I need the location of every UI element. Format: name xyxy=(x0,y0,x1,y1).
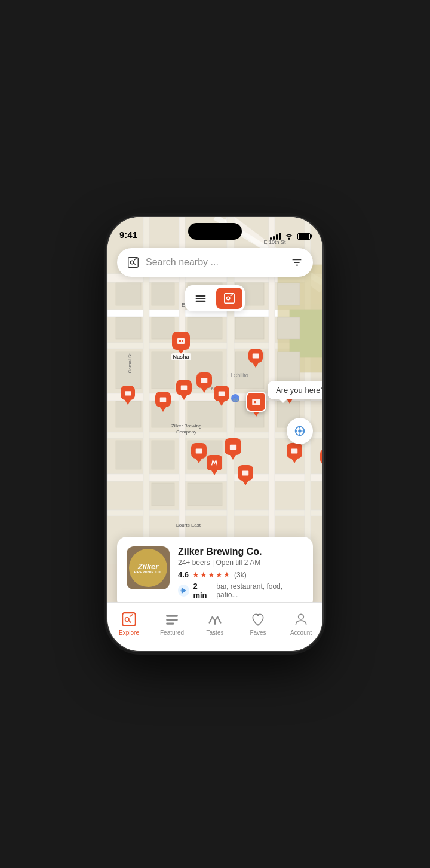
svg-rect-75 xyxy=(254,401,256,403)
map-marker-selected[interactable] xyxy=(246,392,266,417)
svg-rect-81 xyxy=(291,449,298,454)
map-marker-nasha[interactable]: Nasha xyxy=(172,332,190,354)
svg-rect-84 xyxy=(242,471,249,476)
svg-rect-67 xyxy=(253,354,259,359)
location-button[interactable] xyxy=(287,418,313,444)
map-marker-15[interactable] xyxy=(238,465,253,485)
account-icon xyxy=(293,612,309,627)
map-container: 🚲 E 10th St E 8th St E 6th E 4th St Coma… xyxy=(108,217,322,564)
svg-rect-94 xyxy=(225,294,235,304)
dynamic-island xyxy=(188,223,242,240)
svg-rect-14 xyxy=(116,317,141,339)
bottom-nav: Explore Featured xyxy=(108,602,322,651)
venue-info: Zilker Brewing Co. 24+ beers | Open till… xyxy=(178,546,303,600)
venue-subtitle: 24+ beers | Open till 2 AM xyxy=(178,558,303,567)
svg-rect-71 xyxy=(201,378,208,383)
rating-score: 4.6 xyxy=(178,570,189,579)
nav-item-account[interactable]: Account xyxy=(280,603,322,651)
venue-card[interactable]: Zilker BREWING CO. Zilker Brewing Co. 24… xyxy=(117,537,313,609)
venue-time-row: 2 min bar, restaurant, food, patio... xyxy=(178,582,303,600)
nav-label-tastes: Tastes xyxy=(207,629,224,636)
map-marker-11[interactable] xyxy=(320,449,322,469)
marker-label-nasha: Nasha xyxy=(171,353,191,360)
venue-rating-row: 4.6 ★ ★ ★ ★ ★ (3k) xyxy=(178,570,303,579)
venue-name: Zilker Brewing Co. xyxy=(178,546,303,557)
venue-time-icon xyxy=(178,585,189,597)
faves-icon xyxy=(250,612,266,627)
svg-rect-82 xyxy=(229,444,236,449)
svg-rect-92 xyxy=(196,298,206,299)
nav-label-account: Account xyxy=(290,629,312,636)
filter-icon[interactable] xyxy=(290,256,303,269)
svg-rect-107 xyxy=(166,619,178,621)
map-marker-13[interactable] xyxy=(191,443,207,463)
search-map-icon xyxy=(127,256,140,269)
svg-point-95 xyxy=(226,297,230,300)
svg-point-97 xyxy=(298,429,302,433)
map-marker-6[interactable] xyxy=(214,386,229,406)
map-marker-zilker[interactable] xyxy=(225,438,241,460)
svg-point-110 xyxy=(288,238,290,239)
svg-rect-29 xyxy=(188,483,222,506)
wifi-icon xyxy=(284,233,294,240)
nav-label-faves: Faves xyxy=(250,629,266,636)
rating-count: (3k) xyxy=(234,571,247,579)
svg-rect-16 xyxy=(116,401,141,427)
svg-text:El Chilito: El Chilito xyxy=(227,372,248,378)
svg-text:Comal St: Comal St xyxy=(127,353,133,374)
star-rating: ★ ★ ★ ★ ★ xyxy=(192,570,231,579)
map-marker-4[interactable] xyxy=(176,380,192,400)
svg-rect-106 xyxy=(166,615,178,616)
svg-rect-23 xyxy=(152,483,174,506)
nav-item-faves[interactable]: Faves xyxy=(236,603,280,651)
view-toggle xyxy=(185,285,245,311)
svg-rect-37 xyxy=(277,283,300,305)
map-tooltip: Are you here? xyxy=(268,381,322,399)
search-bar[interactable]: Search nearby ... xyxy=(117,248,313,277)
svg-rect-38 xyxy=(277,317,300,339)
svg-rect-34 xyxy=(235,317,264,339)
svg-point-103 xyxy=(180,589,183,592)
svg-rect-13 xyxy=(116,283,141,305)
svg-rect-68 xyxy=(125,391,131,395)
svg-rect-22 xyxy=(152,441,174,469)
status-icons xyxy=(270,233,311,240)
svg-rect-19 xyxy=(152,317,174,339)
svg-rect-17 xyxy=(116,441,141,469)
svg-text:Courts East: Courts East xyxy=(176,522,201,528)
phone-screen: 🚲 E 10th St E 8th St E 6th E 4th St Coma… xyxy=(108,217,322,651)
svg-rect-83 xyxy=(196,449,202,454)
status-time: 9:41 xyxy=(119,230,137,240)
svg-rect-93 xyxy=(196,301,206,302)
map-marker-3[interactable] xyxy=(155,392,171,412)
svg-rect-70 xyxy=(181,386,188,390)
nav-item-featured[interactable]: Featured xyxy=(150,603,194,651)
svg-rect-72 xyxy=(219,392,225,396)
svg-text:🚲: 🚲 xyxy=(232,395,239,402)
battery-icon xyxy=(297,233,311,240)
map-marker-14[interactable] xyxy=(207,455,222,475)
map-marker-2[interactable] xyxy=(121,386,135,405)
svg-rect-91 xyxy=(196,295,206,297)
tastes-icon xyxy=(207,612,223,627)
map-marker-1[interactable] xyxy=(248,349,263,368)
svg-rect-18 xyxy=(152,283,174,305)
nav-label-featured: Featured xyxy=(160,629,184,636)
venue-tags: bar, restaurant, food, patio... xyxy=(216,582,303,599)
nav-item-explore[interactable]: Explore xyxy=(108,603,150,651)
svg-rect-66 xyxy=(182,340,183,342)
map-marker-5[interactable] xyxy=(196,372,212,393)
map-marker-12[interactable] xyxy=(287,443,302,463)
svg-rect-65 xyxy=(179,340,181,342)
venue-distance: 2 min xyxy=(193,582,213,600)
nav-item-tastes[interactable]: Tastes xyxy=(194,603,236,651)
svg-rect-7 xyxy=(108,510,322,516)
map-view-button[interactable] xyxy=(216,288,242,309)
explore-icon xyxy=(121,612,137,627)
svg-rect-25 xyxy=(188,317,222,339)
venue-logo: Zilker BREWING CO. xyxy=(127,546,170,589)
signal-icon xyxy=(270,233,281,240)
list-view-button[interactable] xyxy=(188,288,214,309)
svg-text:Zilker Brewing: Zilker Brewing xyxy=(171,423,202,429)
svg-rect-108 xyxy=(166,622,174,624)
